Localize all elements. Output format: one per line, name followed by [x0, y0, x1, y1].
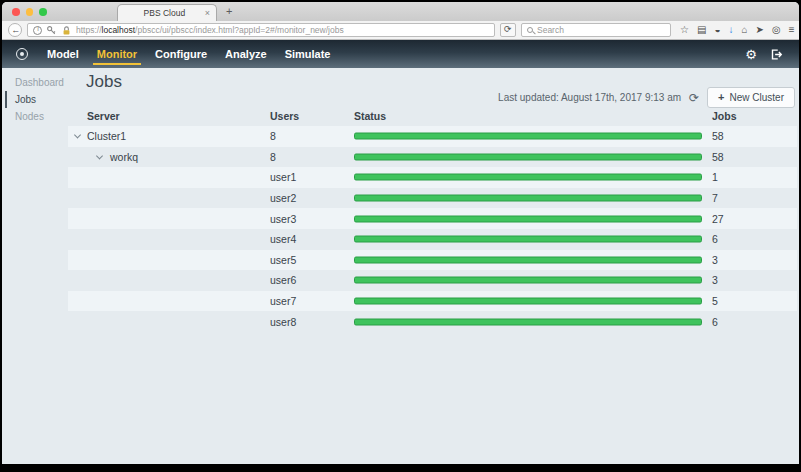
status-bar: [354, 318, 702, 325]
jobs-cell: 7: [712, 192, 718, 204]
main-panel: Jobs Last updated: August 17th, 2017 9:1…: [68, 68, 797, 464]
table-row[interactable]: user46: [68, 229, 797, 250]
updated-bar: Last updated: August 17th, 2017 9:13 am …: [498, 87, 795, 108]
download-icon[interactable]: ↓: [728, 25, 733, 35]
back-icon[interactable]: [8, 23, 22, 37]
users-cell: 8: [270, 130, 276, 142]
jobs-cell: 58: [712, 130, 724, 142]
table-row[interactable]: user75: [68, 291, 797, 312]
key-icon[interactable]: [46, 25, 57, 36]
home-icon[interactable]: ⌂: [741, 25, 747, 35]
url-text: https://localhost/pbscc/ui/pbscc/index.h…: [76, 25, 344, 35]
send-tab-icon[interactable]: ➤: [756, 25, 764, 35]
column-header-status: Status: [354, 110, 386, 122]
star-icon[interactable]: ☆: [680, 25, 689, 35]
users-cell: user5: [270, 254, 296, 266]
chevron-down-icon[interactable]: [74, 132, 81, 139]
users-cell: user3: [270, 213, 296, 225]
jobs-cell: 3: [712, 274, 718, 286]
sidebar-item-dashboard[interactable]: Dashboard: [5, 74, 66, 91]
table-row[interactable]: user63: [68, 270, 797, 291]
table-row[interactable]: user53: [68, 250, 797, 271]
plus-icon: +: [718, 92, 724, 103]
status-bar: [354, 298, 702, 305]
browser-tab[interactable]: PBS Cloud ×: [117, 4, 217, 21]
pocket-icon[interactable]: ◒: [714, 25, 720, 35]
tab-close-icon[interactable]: ×: [205, 8, 210, 18]
search-icon: [527, 27, 533, 33]
column-header-jobs: Jobs: [712, 110, 737, 122]
table-row[interactable]: Cluster1858: [68, 126, 797, 147]
column-header-server: Server: [87, 110, 120, 122]
nav-item-configure[interactable]: Configure: [146, 40, 216, 68]
toolbar-icons: ☆▤◒↓⌂➤◎≡: [680, 25, 794, 35]
jobs-cell: 58: [712, 151, 724, 163]
status-bar: [354, 174, 702, 181]
status-bar: [354, 256, 702, 263]
table-row[interactable]: user27: [68, 188, 797, 209]
users-cell: user4: [270, 233, 296, 245]
server-label: Cluster1: [87, 130, 126, 142]
new-cluster-label: New Cluster: [730, 92, 784, 103]
browser-toolbar: https://localhost/pbscc/ui/pbscc/index.h…: [2, 21, 799, 40]
url-path: /pbscc/ui/pbscc/index.html?appId=2#/moni…: [135, 25, 344, 35]
users-cell: 8: [270, 151, 276, 163]
browser-tab-bar: PBS Cloud × +: [2, 2, 799, 21]
page-info-icon[interactable]: [33, 26, 42, 35]
browser-window: PBS Cloud × + https://localhost/pbscc/ui…: [2, 2, 799, 464]
page-title: Jobs: [86, 72, 122, 92]
search-placeholder: Search: [537, 25, 564, 35]
search-input[interactable]: Search: [521, 23, 671, 37]
users-cell: user6: [270, 274, 296, 286]
chevron-down-icon[interactable]: [96, 152, 103, 159]
close-window-button[interactable]: [12, 8, 20, 16]
minimize-window-button[interactable]: [26, 8, 34, 16]
jobs-cell: 6: [712, 316, 718, 328]
app-logo-icon[interactable]: [16, 48, 28, 60]
server-label: workq: [110, 151, 138, 163]
new-cluster-button[interactable]: + New Cluster: [707, 87, 795, 108]
settings-gear-icon[interactable]: ⚙: [745, 48, 757, 61]
table-row[interactable]: user11: [68, 167, 797, 188]
status-bar: [354, 215, 702, 222]
status-bar: [354, 277, 702, 284]
url-bar[interactable]: https://localhost/pbscc/ui/pbscc/index.h…: [27, 23, 495, 37]
table-row[interactable]: user327: [68, 208, 797, 229]
jobs-cell: 1: [712, 171, 718, 183]
nav-item-analyze[interactable]: Analyze: [216, 40, 276, 68]
menu-icon[interactable]: ≡: [789, 25, 795, 35]
sidebar-item-nodes[interactable]: Nodes: [5, 108, 66, 125]
bookmarks-icon[interactable]: ▤: [697, 25, 706, 35]
table-row[interactable]: workq858: [68, 147, 797, 168]
nav-item-simulate[interactable]: Simulate: [276, 40, 340, 68]
page-actions-icon[interactable]: ◎: [772, 25, 781, 35]
status-bar: [354, 195, 702, 202]
sidebar-item-jobs[interactable]: Jobs: [5, 91, 66, 108]
users-cell: user8: [270, 316, 296, 328]
navbar-right: ⚙: [745, 48, 789, 61]
new-tab-button[interactable]: +: [226, 5, 232, 17]
users-cell: user1: [270, 171, 296, 183]
app-navbar: ModelMonitorConfigureAnalyzeSimulate ⚙: [2, 40, 799, 68]
page-content: DashboardJobsNodes Jobs Last updated: Au…: [2, 68, 799, 464]
zoom-window-button[interactable]: [39, 8, 47, 16]
sidebar: DashboardJobsNodes: [2, 74, 66, 125]
tab-title: PBS Cloud: [124, 8, 205, 18]
insecure-lock-icon[interactable]: [61, 25, 72, 36]
users-cell: user7: [270, 295, 296, 307]
nav-items: ModelMonitorConfigureAnalyzeSimulate: [38, 40, 340, 68]
table-row[interactable]: user86: [68, 311, 797, 332]
refresh-icon[interactable]: ⟳: [689, 92, 699, 104]
jobs-cell: 6: [712, 233, 718, 245]
url-scheme: https://: [76, 25, 102, 35]
nav-item-monitor[interactable]: Monitor: [88, 40, 146, 68]
status-bar: [354, 153, 702, 160]
logout-icon[interactable]: [769, 48, 783, 61]
url-host: localhost: [102, 25, 136, 35]
table-header: Server Users Status Jobs: [68, 110, 797, 126]
reload-icon[interactable]: [500, 23, 516, 37]
table-body: Cluster1858workq858user11user27user327us…: [68, 126, 797, 332]
users-cell: user2: [270, 192, 296, 204]
window-controls: [12, 8, 47, 16]
nav-item-model[interactable]: Model: [38, 40, 88, 68]
